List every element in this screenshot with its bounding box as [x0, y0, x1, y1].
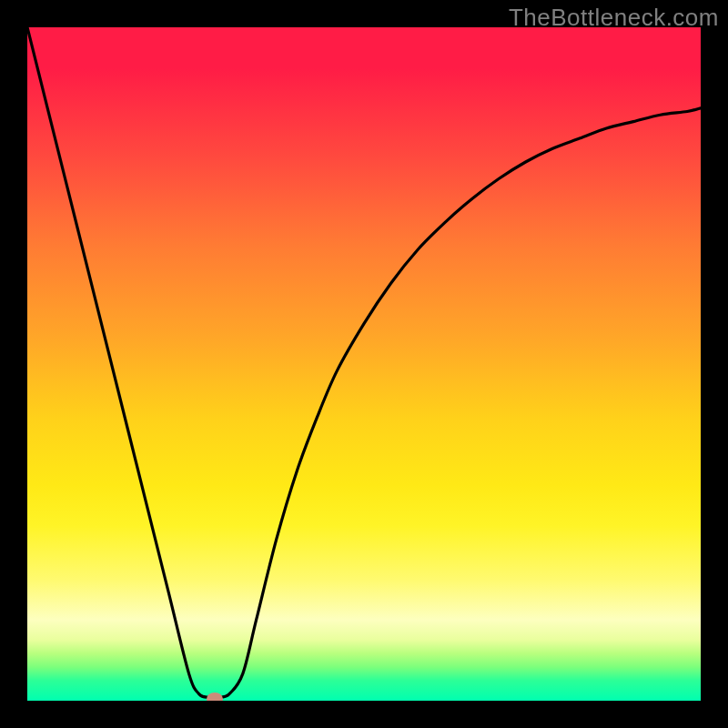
minimum-marker-dot — [207, 693, 223, 701]
plot-area — [27, 27, 701, 701]
chart-frame: TheBottleneck.com — [0, 0, 728, 728]
bottleneck-curve — [27, 27, 701, 701]
